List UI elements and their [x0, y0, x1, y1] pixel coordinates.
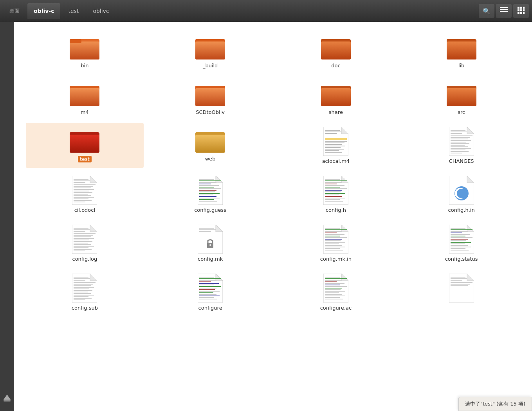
file-item[interactable]: config.sub	[26, 270, 144, 315]
folder-icon	[446, 80, 477, 107]
file-item[interactable]: config.guess	[151, 172, 269, 217]
svg-marker-104	[216, 176, 223, 183]
svg-rect-225	[199, 289, 215, 290]
svg-rect-184	[451, 229, 472, 230]
file-item[interactable]: cil.odocl	[26, 172, 144, 217]
svg-rect-125	[325, 184, 337, 184]
list-view-button[interactable]	[496, 4, 512, 18]
text-file-icon	[449, 225, 474, 254]
file-item-changes[interactable]: CHANGES	[402, 123, 520, 168]
svg-marker-165	[341, 225, 348, 232]
file-item[interactable]: config.h	[277, 172, 395, 217]
text-file-icon	[323, 274, 348, 303]
tab-obliv-c[interactable]: obliv-c	[27, 3, 60, 19]
svg-rect-9	[518, 12, 519, 14]
svg-rect-144	[74, 231, 85, 232]
svg-rect-115	[199, 195, 213, 195]
svg-rect-112	[199, 190, 216, 191]
svg-rect-209	[74, 292, 88, 292]
svg-rect-68	[325, 152, 342, 153]
file-item[interactable]	[402, 270, 520, 315]
svg-rect-235	[325, 278, 347, 279]
svg-rect-149	[74, 240, 89, 240]
file-item[interactable]: doc	[277, 30, 395, 72]
svg-rect-133	[325, 196, 342, 197]
svg-rect-81	[451, 146, 468, 147]
folder-icon	[69, 80, 100, 107]
file-item[interactable]: config.log	[26, 221, 144, 266]
svg-rect-190	[451, 239, 468, 240]
file-item[interactable]: src	[402, 76, 520, 119]
svg-rect-135	[325, 199, 340, 200]
svg-rect-57	[325, 138, 347, 140]
svg-rect-214	[74, 299, 85, 300]
svg-rect-231	[199, 299, 217, 299]
svg-rect-230	[199, 297, 214, 298]
svg-rect-118	[199, 199, 214, 200]
svg-rect-130	[325, 191, 341, 192]
svg-rect-253	[451, 280, 462, 281]
search-button[interactable]: 🔍	[479, 4, 494, 18]
file-item[interactable]: lib	[402, 30, 520, 72]
svg-rect-171	[325, 236, 340, 236]
svg-rect-88	[74, 179, 88, 180]
file-item[interactable]: config.status	[402, 221, 520, 266]
svg-rect-172	[325, 237, 347, 238]
svg-rect-132	[325, 195, 339, 195]
file-item[interactable]: configure	[151, 270, 269, 315]
svg-rect-66	[325, 149, 344, 150]
file-label: config.log	[72, 256, 97, 262]
svg-rect-221	[199, 283, 219, 284]
svg-rect-13	[4, 400, 11, 402]
svg-rect-102	[74, 202, 85, 202]
svg-marker-138	[467, 176, 474, 183]
file-item[interactable]: aclocal.m4	[277, 123, 395, 168]
folder-icon	[195, 127, 226, 153]
text-file-icon	[449, 274, 474, 303]
file-label: configure.ac	[320, 305, 352, 311]
svg-rect-111	[199, 188, 221, 189]
file-item[interactable]: web	[151, 123, 269, 168]
grid-view-button[interactable]	[513, 4, 529, 18]
svg-marker-182	[467, 225, 474, 232]
tab-desktop[interactable]: 桌面	[3, 3, 26, 19]
file-item[interactable]: share	[277, 76, 395, 119]
file-item[interactable]: bin	[26, 30, 144, 72]
svg-rect-192	[451, 242, 471, 243]
tab-test[interactable]: test	[62, 3, 85, 19]
folder-icon	[195, 80, 226, 107]
grid-icon	[518, 7, 525, 15]
file-item[interactable]: config.mk.in	[277, 221, 395, 266]
svg-marker-158	[216, 225, 223, 232]
text-file-icon	[198, 176, 223, 205]
svg-rect-156	[74, 251, 85, 251]
svg-rect-97	[74, 194, 88, 195]
folder-icon	[195, 34, 226, 60]
file-item[interactable]: SCDtoObliv	[151, 76, 269, 119]
svg-rect-11	[523, 12, 525, 14]
svg-rect-251	[451, 277, 465, 278]
file-item[interactable]: config.mk	[151, 221, 269, 266]
eject-button[interactable]	[2, 392, 13, 403]
file-item[interactable]: config.h.in	[402, 172, 520, 217]
svg-rect-244	[325, 292, 339, 293]
svg-rect-83	[451, 150, 465, 150]
file-item[interactable]: m4	[26, 76, 144, 119]
svg-rect-255	[451, 284, 470, 285]
file-item-test[interactable]: test	[26, 123, 144, 168]
svg-rect-241	[325, 288, 342, 288]
file-label: lib	[458, 63, 464, 68]
svg-rect-159	[199, 228, 214, 229]
file-item[interactable]: _build	[151, 30, 269, 72]
svg-rect-160	[199, 229, 216, 230]
svg-rect-208	[74, 290, 92, 291]
svg-rect-224	[199, 288, 216, 288]
svg-rect-92	[74, 186, 93, 187]
svg-rect-180	[325, 250, 343, 251]
svg-rect-73	[451, 133, 462, 134]
text-file-icon	[323, 225, 348, 254]
tab-oblivc[interactable]: oblivc	[87, 3, 115, 19]
svg-rect-245	[325, 294, 342, 295]
file-item[interactable]: configure.ac	[277, 270, 395, 315]
svg-rect-237	[325, 281, 337, 282]
